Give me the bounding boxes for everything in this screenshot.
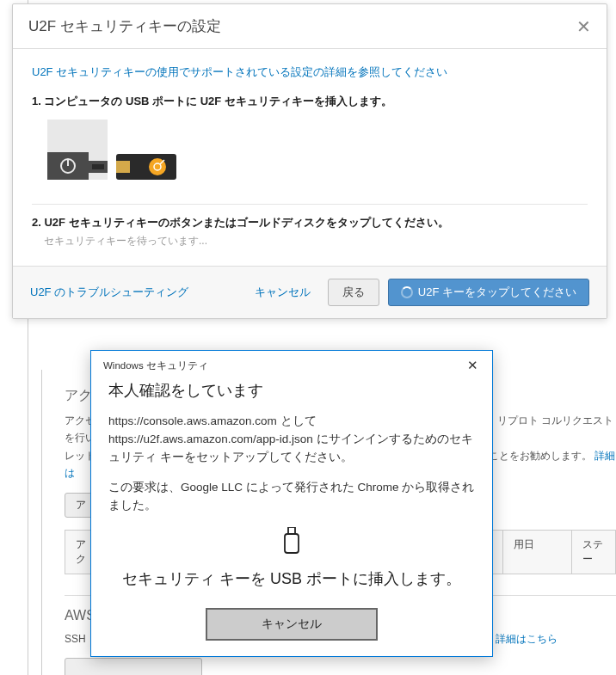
windows-security-dialog: Windows セキュリティ ✕ 本人確認をしています https://cons… — [90, 350, 493, 657]
step-2-label: 2. U2F セキュリティキーのボタンまたはゴールドディスクをタップしてください… — [32, 215, 588, 230]
svg-rect-11 — [288, 527, 295, 534]
bg-th-3: ステー — [572, 531, 615, 574]
step-1: 1. コンピュータの USB ポートに U2F セキュリティキーを挿入します。 — [32, 94, 588, 109]
modal-body: U2F セキュリティキーの使用でサポートされている設定の詳細を参照してください … — [13, 49, 607, 266]
bg-content-divider — [41, 370, 42, 675]
win-body-text-2: この要求は、Google LLC によって発行された Chrome から取得され… — [108, 479, 475, 515]
win-cancel-button[interactable]: キャンセル — [206, 608, 378, 641]
u2f-setup-modal: U2F セキュリティキーの設定 ✕ U2F セキュリティキーの使用でサポートされ… — [12, 3, 607, 319]
svg-rect-5 — [92, 164, 104, 169]
step-2-status: セキュリティキーを待っています... — [44, 234, 588, 249]
svg-rect-7 — [116, 161, 130, 173]
usb-device-icon — [108, 527, 475, 555]
bg-details-link-2[interactable]: 詳細はこちら — [496, 633, 557, 645]
bg-button-2[interactable]: . — [65, 658, 202, 675]
cancel-button[interactable]: キャンセル — [246, 279, 319, 305]
back-button[interactable]: 戻る — [328, 279, 379, 306]
bg-th-2: 用日 — [503, 531, 572, 574]
win-header: Windows セキュリティ ✕ — [91, 351, 492, 377]
win-body-text-1: https://console.aws.amazon.com として https… — [108, 413, 475, 467]
primary-button-label: U2F キーをタップしてください — [418, 285, 576, 300]
troubleshooting-link[interactable]: U2F のトラブルシューティング — [30, 285, 188, 298]
spinner-icon — [401, 286, 413, 298]
tap-u2f-key-button[interactable]: U2F キーをタップしてください — [388, 279, 589, 306]
help-link[interactable]: U2F セキュリティキーの使用でサポートされている設定の詳細を参照してください — [32, 64, 588, 80]
step-2: 2. U2F セキュリティキーのボタンまたはゴールドディスクをタップしてください… — [32, 215, 588, 249]
win-title: 本人確認をしています — [108, 380, 475, 401]
win-header-title: Windows セキュリティ — [103, 359, 208, 372]
win-body: 本人確認をしています https://console.aws.amazon.co… — [91, 377, 492, 656]
win-instruction: セキュリティ キーを USB ポートに挿入します。 — [108, 568, 475, 589]
usb-key-illustration — [47, 120, 185, 188]
svg-rect-12 — [285, 534, 299, 553]
modal-title: U2F セキュリティキーの設定 — [28, 16, 221, 36]
win-close-icon[interactable]: ✕ — [462, 356, 484, 375]
close-icon[interactable]: ✕ — [576, 18, 591, 35]
modal-header: U2F セキュリティキーの設定 ✕ — [13, 4, 607, 49]
step-1-label: 1. コンピュータの USB ポートに U2F セキュリティキーを挿入します。 — [32, 94, 588, 109]
modal-footer: U2F のトラブルシューティング キャンセル 戻る U2F キーをタップしてくだ… — [13, 266, 607, 318]
